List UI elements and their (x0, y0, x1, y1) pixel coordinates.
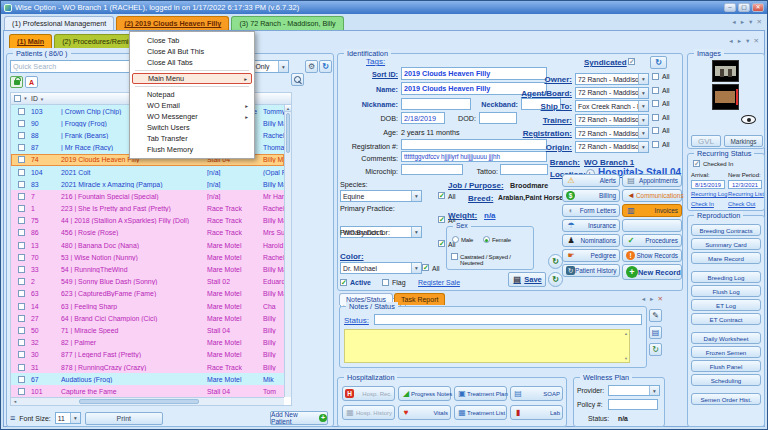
action-button[interactable]: Patient History (562, 264, 620, 277)
flag-checkbox[interactable] (382, 279, 389, 286)
reproduction-button[interactable]: Frozen Semen (691, 346, 761, 358)
subtab-menu-icon[interactable]: ▼ (745, 38, 750, 44)
provider-select[interactable] (608, 385, 660, 396)
patient-owner-link[interactable]: Billy Ma (263, 156, 284, 163)
doctor-all-checkbox[interactable] (438, 240, 445, 247)
menu-item[interactable]: Notepad (132, 89, 252, 100)
row-checkbox[interactable] (18, 315, 25, 322)
patient-name-link[interactable]: 64 | Brand Cici Champion (Cici) (61, 315, 207, 322)
patient-photo-thumbnail[interactable] (712, 60, 739, 82)
row-checkbox[interactable] (18, 229, 25, 236)
row-checkbox[interactable] (18, 217, 25, 224)
syndicated-link[interactable]: Syndicated (584, 58, 627, 67)
patient-name-link[interactable]: 54 | RunningTheWind (61, 266, 207, 273)
table-row[interactable]: 27 64 | Brand Cici Champion (Cici) Mare … (11, 312, 284, 324)
patient-owner-link[interactable]: Mik (263, 376, 284, 383)
sub-tab[interactable]: (1) Main (9, 34, 52, 48)
patient-owner-link[interactable]: Billy (263, 364, 284, 371)
microchip-field[interactable] (401, 164, 463, 175)
lock-icon[interactable] (10, 76, 23, 88)
edit-note-icon[interactable]: ✎ (649, 309, 662, 322)
menu-item[interactable]: Close All Tabs (132, 57, 252, 68)
action-button[interactable]: Pedigree (562, 249, 620, 262)
row-checkbox[interactable] (18, 290, 25, 297)
row-checkbox[interactable] (18, 242, 25, 249)
reproduction-button[interactable]: Scheduling (691, 374, 761, 386)
patient-name-link[interactable]: 480 | Banana Doc (Nana) (61, 242, 207, 249)
patient-owner-link[interactable]: Rachel F (263, 132, 284, 139)
hospitalization-button[interactable]: Treatment List (454, 405, 507, 420)
recurring-link[interactable]: Check Out (728, 201, 755, 207)
syndicated-checkbox[interactable] (628, 58, 635, 65)
reproduction-button[interactable]: Flush Log (691, 285, 761, 297)
row-checkbox[interactable] (18, 339, 25, 346)
gvl-button[interactable]: GVL (691, 135, 721, 147)
active-checkbox[interactable] (340, 279, 347, 286)
table-row[interactable]: 86 456 | Rosie (Rose) Race Track Mrs Sus (11, 227, 284, 239)
reproduction-button[interactable]: Semen Order Hist. (691, 393, 761, 405)
hospitalization-button[interactable]: Vitals (398, 405, 451, 420)
patient-owner-link[interactable]: Billy Ma (263, 217, 284, 224)
maximize-button[interactable]: ▢ (738, 3, 750, 12)
table-row[interactable]: 1 223 | She Is Pretty and Fast (Pretty) … (11, 203, 284, 215)
recurring-link[interactable]: Check In (691, 201, 714, 207)
weight-link[interactable]: Weight: (448, 211, 477, 220)
horizontal-scrollbar[interactable]: ◄ (11, 397, 284, 405)
hospitalization-button[interactable]: Treatment Plan (454, 386, 507, 401)
row-checkbox[interactable] (18, 266, 25, 273)
hospitalization-button[interactable]: Progress Notes (398, 386, 451, 401)
select-all-checkbox[interactable] (14, 95, 21, 102)
row-checkbox[interactable] (18, 156, 25, 163)
row-checkbox[interactable] (18, 303, 25, 310)
table-row[interactable]: 13 480 | Banana Doc (Nana) Mare Motel Ha… (11, 239, 284, 251)
action-button[interactable]: Billing (562, 189, 620, 202)
note-history-icon[interactable]: ↻ (649, 343, 662, 356)
main-tab[interactable]: (1) Professional Management (4, 16, 114, 30)
patient-name-link[interactable]: 456 | Rosie (Rose) (61, 229, 207, 236)
menu-item[interactable]: Close All But This (132, 46, 252, 57)
patient-owner-link[interactable]: Billy (263, 327, 284, 334)
policy-field[interactable] (608, 399, 658, 410)
row-checkbox[interactable] (18, 327, 25, 334)
table-row[interactable]: 33 54 | RunningTheWind Mare Motel Billy … (11, 263, 284, 275)
patient-owner-link[interactable]: Cha (263, 303, 284, 310)
patient-name-link[interactable]: 2021 Miracle x Amazing (Pampa) (61, 181, 207, 188)
party-label-link[interactable]: Trainer: (514, 116, 572, 125)
patient-name-link[interactable]: 71 | Miracle Speed (61, 327, 207, 334)
patient-name-link[interactable]: 878 | RunningCrazy (Crazy) (61, 364, 207, 371)
status-input[interactable] (374, 314, 642, 325)
list-menu-icon[interactable]: ≡ (10, 413, 15, 423)
patient-name-link[interactable]: 44 | 2018 (Stallion A xSparkles) Filly (… (61, 217, 207, 224)
patient-name-link[interactable]: Capture the Fame (61, 388, 207, 395)
reproduction-button[interactable]: Daily Worksheet (691, 332, 761, 344)
male-radio[interactable] (452, 236, 459, 243)
party-select[interactable]: 72 Ranch - Maddison, B (575, 73, 649, 85)
action-button[interactable]: Appointments (622, 174, 682, 187)
row-checkbox[interactable] (18, 351, 25, 358)
table-row[interactable]: 14 63 | Feeling Sharp Mare Motel Cha (11, 300, 284, 312)
patient-owner-link[interactable]: Rachel F (263, 254, 284, 261)
subtab-next-icon[interactable]: ► (737, 38, 742, 44)
patient-name-link[interactable]: 623 | CapturedByFame (Fame) (61, 290, 207, 297)
row-checkbox[interactable] (18, 278, 25, 285)
reproduction-button[interactable]: Mare Record (691, 252, 761, 264)
hospitalization-button[interactable]: Hosp. History (342, 405, 395, 420)
table-row[interactable]: 70 53 | Wise Notion (Nunny) Mare Motel R… (11, 251, 284, 263)
party-label-link[interactable]: Agent/Board: (514, 89, 572, 98)
menu-item[interactable]: Close Tab (132, 35, 252, 46)
filter-icon[interactable]: ▼ (23, 96, 27, 101)
patient-name-link[interactable]: Audatious (Frog) (61, 376, 207, 383)
table-row[interactable]: 30 877 | Legend Fast (Pretty) Mare Motel… (11, 349, 284, 361)
row-checkbox[interactable] (18, 205, 25, 212)
patient-name-link[interactable]: 549 | Sonny Blue Dash (Sonny) (61, 278, 207, 285)
patient-owner-link[interactable]: Mr Hana (263, 193, 284, 200)
patient-owner-link[interactable]: Harold (263, 242, 284, 249)
action-button[interactable]: Procedures (622, 234, 682, 247)
hospitalization-button[interactable]: Lab (510, 405, 563, 420)
party-select[interactable]: 72 Ranch - Maddison, B (575, 127, 649, 139)
row-checkbox[interactable] (18, 388, 25, 395)
scroll-left-icon[interactable]: ◄ (11, 399, 19, 404)
patient-name-link[interactable]: 216 | Fountain Special (Special) (61, 193, 207, 200)
row-checkbox[interactable] (18, 169, 25, 176)
party-all-checkbox[interactable] (652, 87, 659, 94)
